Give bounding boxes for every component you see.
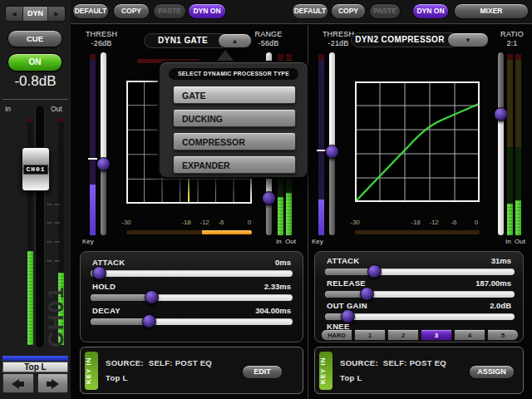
- popup-option-expander[interactable]: EXPANDER: [173, 155, 296, 174]
- toolbar: DEFAULT COPY PASTE DYN ON DEFAULT COPY P…: [71, 0, 532, 24]
- gr-meter-lit: [202, 230, 252, 234]
- ratio-slider-thumb[interactable]: [494, 107, 508, 121]
- attack-slider[interactable]: [91, 266, 293, 280]
- knee-1-button[interactable]: 1: [354, 329, 386, 341]
- popup-option-gate[interactable]: GATE: [173, 86, 296, 104]
- dyn1-paste-button[interactable]: PASTE: [153, 3, 186, 19]
- thresh-label: THRESH: [80, 30, 123, 39]
- left-arrow-icon: [12, 379, 19, 389]
- range-slider-thumb[interactable]: [262, 191, 276, 205]
- meter-unlit-yellow: [515, 60, 521, 147]
- meter-unlit-green: [507, 147, 513, 204]
- scale-tick: -12: [429, 219, 439, 226]
- release-slider[interactable]: [325, 287, 515, 301]
- slider-thumb[interactable]: [92, 266, 106, 280]
- ratio-label: RATIO: [490, 30, 532, 39]
- meter-level-segment: [286, 193, 292, 235]
- ratio-value: 2:1: [490, 39, 532, 48]
- attack-slider[interactable]: [325, 264, 515, 278]
- decay-slider[interactable]: [91, 314, 293, 328]
- dyn1-default-button[interactable]: DEFAULT: [72, 3, 109, 19]
- dyn2-param-panel: ATTACK 31ms RELEASE 187.00ms OUT GAIN 2.…: [314, 251, 524, 342]
- processor-type-popup: SELECT DYNAMIC PROCESSOR TYPE GATE DUCKI…: [158, 61, 309, 179]
- hold-slider[interactable]: [91, 290, 293, 304]
- compressor-curve: [356, 104, 479, 201]
- down-triangle-icon: ▼: [465, 37, 471, 44]
- left-triangle-icon: ◀: [12, 11, 16, 17]
- meter-unlit-yellow: [507, 60, 513, 147]
- knee-hard-button[interactable]: HARD: [321, 329, 352, 341]
- key-in-channel: Top L: [340, 373, 362, 382]
- key-in-source: SOURCE: SELF: POST EQ: [340, 358, 446, 367]
- dyn2-in-meter: [507, 54, 513, 235]
- knee-4-button[interactable]: 4: [454, 329, 485, 341]
- arrow-tail: [47, 382, 52, 387]
- compressor-graph: [355, 81, 480, 202]
- fader-tick: [47, 241, 52, 243]
- dyn2-paste-button[interactable]: PASTE: [369, 3, 401, 19]
- dyn2-in-label: In: [505, 238, 511, 245]
- key-in-tab[interactable]: KEY IN: [85, 352, 98, 390]
- slider-thumb[interactable]: [142, 314, 156, 328]
- fader-tick: [47, 204, 52, 205]
- dyn1-on-button[interactable]: DYN ON: [188, 3, 226, 19]
- channel-on-button[interactable]: ON: [7, 53, 62, 71]
- dyn2-on-button[interactable]: DYN ON: [412, 3, 449, 19]
- thresh-slider-thumb[interactable]: [96, 157, 111, 171]
- dyn2-copy-button[interactable]: COPY: [331, 3, 366, 19]
- meter-peak-segment: [27, 119, 33, 122]
- mixer-button[interactable]: MIXER: [454, 3, 529, 19]
- channel-name-button[interactable]: Top L: [2, 362, 68, 372]
- channel-fader-knob[interactable]: CH01: [22, 147, 50, 191]
- fader-tick: [47, 222, 52, 224]
- dyn1-range-readout: RANGE -56dB: [247, 30, 290, 48]
- knee-2-button[interactable]: 2: [387, 329, 419, 341]
- right-arrow-icon: [52, 379, 59, 389]
- dyn2-default-button[interactable]: DEFAULT: [292, 3, 328, 19]
- right-triangle-icon: ▶: [54, 11, 58, 17]
- scale-tick: -18: [411, 219, 421, 226]
- fader-tick: [54, 241, 60, 243]
- prev-channel-button[interactable]: [2, 373, 34, 393]
- meter-level-segment: [90, 185, 96, 235]
- popup-option-compressor[interactable]: COMPRESSOR: [173, 132, 296, 150]
- dyn1-key-meter: [90, 54, 96, 235]
- dyn2-out-meter: [515, 54, 521, 235]
- dyn2-out-label: Out: [515, 238, 525, 245]
- cue-button[interactable]: CUE: [7, 30, 62, 47]
- fader-tick: [54, 260, 60, 262]
- scale-tick: -30: [121, 219, 131, 226]
- next-channel-button[interactable]: [37, 373, 68, 393]
- dyn2-ratio-slider[interactable]: [494, 51, 508, 237]
- dyn1-copy-button[interactable]: COPY: [113, 3, 150, 19]
- key-in-edit-button[interactable]: EDIT: [242, 365, 283, 379]
- slider-thumb[interactable]: [145, 290, 159, 304]
- dyn1-gr-meter: [126, 230, 252, 234]
- nav-next-button[interactable]: ▶: [47, 7, 65, 21]
- slider-thumb[interactable]: [367, 264, 382, 278]
- thresh-slider-thumb[interactable]: [325, 145, 339, 159]
- key-in-assign-button[interactable]: ASSIGN: [469, 365, 515, 379]
- meter-peak-segment: [507, 54, 513, 60]
- dyn2-type-open-button[interactable]: ▼: [447, 32, 489, 47]
- nav-prev-button[interactable]: ◀: [6, 7, 23, 21]
- scale-tick: 0: [475, 219, 478, 226]
- meter-peak-segment: [278, 54, 283, 60]
- arrow-tail: [19, 382, 24, 387]
- channel-color-bar: [2, 356, 68, 361]
- meter-unlit-segment: [90, 60, 96, 185]
- popup-pointer: [217, 50, 234, 61]
- dyn1-thresh-slider[interactable]: [96, 51, 111, 237]
- popup-option-ducking[interactable]: DUCKING: [173, 109, 296, 127]
- knee-3-button[interactable]: 3: [421, 329, 452, 341]
- meter-level-segment: [27, 251, 33, 345]
- slider-thumb[interactable]: [360, 287, 374, 301]
- channel-id-watermark: CH01: [43, 264, 69, 347]
- dyn1-thresh-readout: THRESH -26dB: [80, 30, 123, 48]
- dyn1-in-label: In: [276, 238, 282, 245]
- key-in-tab[interactable]: KEY IN: [319, 352, 332, 390]
- dyn2-key-label: Key: [312, 238, 323, 245]
- dyn2-thresh-slider[interactable]: [325, 51, 339, 237]
- knee-5-button[interactable]: 5: [487, 329, 519, 341]
- thresh-value: -26dB: [80, 39, 123, 48]
